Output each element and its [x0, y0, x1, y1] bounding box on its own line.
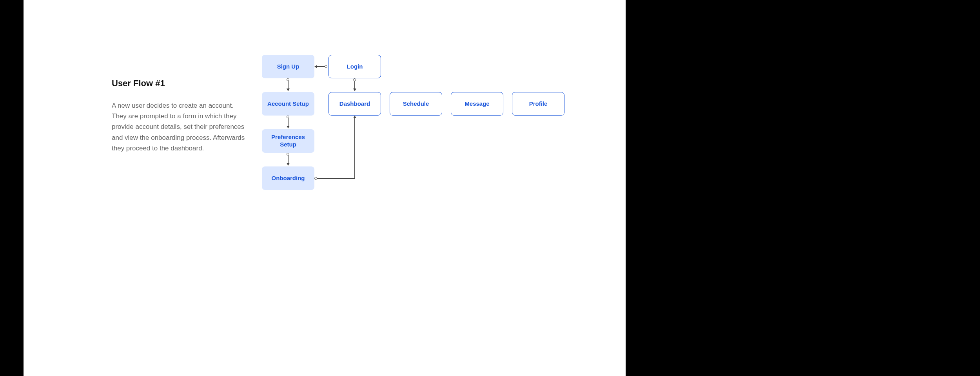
node-label: Message — [465, 100, 489, 108]
node-dashboard: Dashboard — [328, 92, 381, 116]
flow-title: User Flow #1 — [112, 78, 249, 89]
node-label: Login — [347, 63, 363, 70]
node-message: Message — [451, 92, 503, 116]
canvas: User Flow #1 A new user decides to creat… — [24, 0, 626, 376]
node-label: Sign Up — [277, 63, 299, 70]
node-label: Profile — [529, 100, 548, 108]
sidebar: User Flow #1 A new user decides to creat… — [112, 78, 249, 154]
node-label: Preferences Setup — [264, 134, 312, 148]
flow-description: A new user decides to create an account.… — [112, 100, 249, 154]
node-preferences-setup: Preferences Setup — [262, 129, 314, 153]
node-account-setup: Account Setup — [262, 92, 314, 116]
node-profile: Profile — [512, 92, 564, 116]
node-label: Account Setup — [267, 100, 309, 108]
node-schedule: Schedule — [390, 92, 442, 116]
node-label: Onboarding — [272, 175, 305, 182]
node-label: Schedule — [403, 100, 429, 108]
node-label: Dashboard — [339, 100, 370, 108]
node-login: Login — [328, 55, 381, 78]
node-onboarding: Onboarding — [262, 166, 314, 190]
flow-diagram: Sign Up Account Setup Preferences Setup … — [262, 55, 575, 212]
node-signup: Sign Up — [262, 55, 314, 78]
